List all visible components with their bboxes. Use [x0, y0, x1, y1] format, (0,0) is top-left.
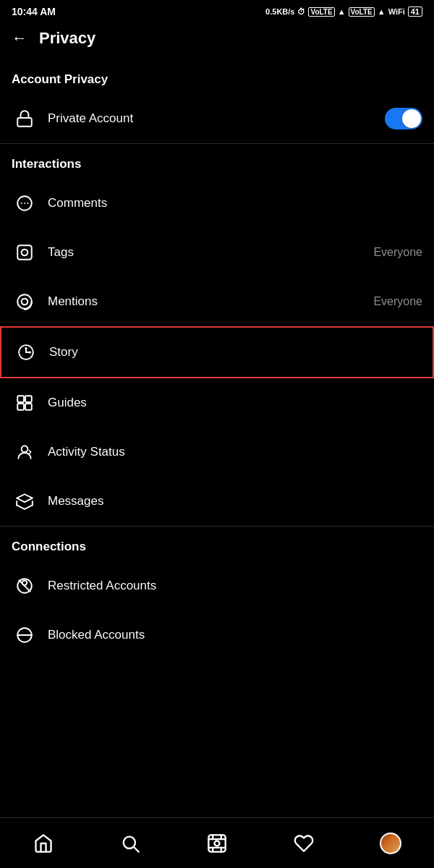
- story-label: Story: [49, 345, 421, 359]
- tags-label: Tags: [48, 245, 373, 260]
- section-label-connections: Connections: [0, 527, 434, 561]
- comments-label: Comments: [48, 196, 422, 210]
- restricted-label: Restricted Accounts: [48, 579, 422, 593]
- header: ← Privacy: [0, 20, 434, 59]
- svg-point-10: [29, 351, 31, 353]
- nav-search[interactable]: [109, 822, 152, 865]
- svg-rect-27: [208, 835, 225, 851]
- private-account-toggle[interactable]: [385, 108, 422, 129]
- messages-icon: [12, 488, 38, 514]
- battery-icon: 41: [408, 7, 422, 17]
- setting-row-guides[interactable]: Guides: [0, 378, 434, 427]
- svg-rect-15: [25, 404, 32, 410]
- setting-row-private-account[interactable]: Private Account: [0, 94, 434, 143]
- status-time: 10:44 AM: [12, 6, 56, 17]
- mentions-value: Everyone: [373, 295, 422, 308]
- main-content: Account Privacy Private Account Interact…: [0, 59, 434, 718]
- section-label-account-privacy: Account Privacy: [0, 59, 434, 94]
- home-icon: [33, 833, 54, 854]
- nav-heart[interactable]: [282, 822, 326, 865]
- setting-row-mentions[interactable]: Mentions Everyone: [0, 277, 434, 326]
- mention-icon: [12, 289, 38, 315]
- heart-icon: [294, 833, 314, 854]
- svg-line-21: [19, 580, 30, 591]
- lock-icon: [12, 106, 38, 132]
- svg-point-11: [25, 347, 27, 349]
- signal-icon-1: ▲: [338, 7, 346, 16]
- nav-home[interactable]: [22, 822, 65, 865]
- private-account-label: Private Account: [48, 111, 385, 126]
- lte-icon: VoLTE: [308, 7, 334, 17]
- setting-row-blocked[interactable]: Blocked Accounts: [0, 610, 434, 660]
- guides-label: Guides: [48, 396, 422, 410]
- comment-icon: [12, 190, 38, 216]
- svg-line-26: [134, 847, 138, 851]
- svg-point-3: [22, 250, 28, 256]
- blocked-label: Blocked Accounts: [48, 628, 422, 642]
- activity-status-label: Activity Status: [48, 445, 422, 459]
- svg-point-16: [22, 446, 28, 452]
- wifi-icon: WiFi: [388, 7, 405, 16]
- clock-icon: ⏱: [297, 7, 305, 16]
- svg-point-5: [22, 299, 28, 305]
- activity-icon: [12, 439, 38, 465]
- setting-row-restricted[interactable]: Restricted Accounts: [0, 561, 434, 610]
- profile-avatar: [380, 833, 401, 854]
- svg-point-22: [22, 580, 27, 585]
- tags-value: Everyone: [373, 246, 422, 259]
- status-bar: 10:44 AM 0.5KB/s ⏱ VoLTE ▲ VoLTE ▲ WiFi …: [0, 0, 434, 20]
- nav-profile[interactable]: [369, 822, 412, 865]
- page-title: Privacy: [39, 29, 95, 48]
- svg-rect-14: [17, 404, 24, 410]
- blocked-icon: [12, 622, 38, 648]
- restricted-icon: [12, 573, 38, 599]
- section-label-interactions: Interactions: [0, 144, 434, 179]
- signal-icon-2: ▲: [378, 7, 386, 16]
- story-icon: [13, 339, 39, 365]
- lte-icon-2: VoLTE: [349, 7, 375, 17]
- svg-rect-12: [17, 396, 24, 402]
- reels-icon: [207, 833, 227, 854]
- bottom-nav: [0, 817, 434, 868]
- svg-rect-13: [25, 396, 32, 402]
- setting-row-tags[interactable]: Tags Everyone: [0, 228, 434, 277]
- nav-reels[interactable]: [195, 822, 239, 865]
- setting-row-comments[interactable]: Comments: [0, 179, 434, 228]
- toggle-knob: [402, 109, 421, 128]
- messages-label: Messages: [48, 494, 422, 509]
- svg-rect-0: [17, 118, 32, 127]
- setting-row-activity-status[interactable]: Activity Status: [0, 427, 434, 477]
- svg-point-28: [215, 841, 220, 846]
- tag-icon: [12, 239, 38, 265]
- status-icons: 0.5KB/s ⏱ VoLTE ▲ VoLTE ▲ WiFi 41: [265, 7, 422, 17]
- setting-row-messages[interactable]: Messages: [0, 477, 434, 526]
- search-icon: [120, 833, 140, 854]
- network-speed: 0.5KB/s: [265, 7, 294, 16]
- mentions-label: Mentions: [48, 294, 373, 309]
- setting-row-story[interactable]: Story: [0, 326, 434, 378]
- svg-rect-2: [17, 245, 32, 260]
- back-button[interactable]: ←: [12, 29, 27, 48]
- svg-marker-17: [17, 494, 33, 502]
- guides-icon: [12, 390, 38, 416]
